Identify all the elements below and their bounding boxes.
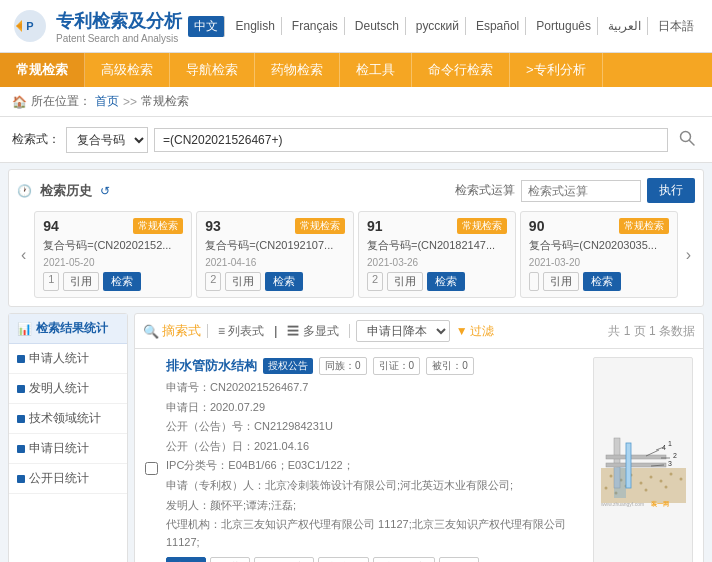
card-0-cite-button[interactable]: 引用 (63, 272, 99, 291)
card-0-badge: 常规检索 (133, 218, 183, 234)
lang-es[interactable]: Español (470, 17, 526, 35)
svg-point-14 (679, 477, 682, 480)
card-3-date: 2021-03-20 (529, 257, 669, 268)
history-clock-icon: 🕐 (17, 184, 32, 198)
card-2-num: 91 (367, 218, 383, 234)
card-1-check-button[interactable]: 检索 (265, 272, 303, 291)
patent-monitor-button[interactable]: 监控 (439, 557, 479, 562)
history-next-button[interactable]: › (682, 246, 695, 264)
patent-detail-button[interactable]: 详情 (166, 557, 206, 562)
breadcrumb: 🏠 所在位置： 首页 >> 常规检索 (0, 87, 712, 117)
card-0-date: 2021-05-20 (43, 257, 183, 268)
card-2-check-button[interactable]: 检索 (427, 272, 465, 291)
stats-sidebar: 📊 检索结果统计 申请人统计 发明人统计 技术领域统计 申请日统计 公开日统计 (8, 313, 128, 562)
toolbar-divider-1 (207, 324, 208, 338)
tab-drug-search[interactable]: 药物检索 (255, 53, 340, 87)
patent-pub-no: 公开（公告）号：CN212984231U (166, 418, 585, 436)
toolbar-sep: | (274, 324, 277, 338)
patent-ipc-value: E04B1/66；E03C1/122； (228, 459, 353, 471)
history-refresh-icon[interactable]: ↺ (100, 184, 110, 198)
patent-title-row: 排水管防水结构 授权公告 同族：0 引证：0 被引：0 (166, 357, 585, 375)
lang-zh[interactable]: 中文 (188, 16, 225, 37)
card-0-num: 94 (43, 218, 59, 234)
patent-checkbox[interactable] (145, 359, 158, 562)
svg-text:装一网: 装一网 (651, 500, 669, 507)
tab-regular-search[interactable]: 常规检索 (0, 53, 85, 87)
lang-en[interactable]: English (229, 17, 281, 35)
stats-label-app-date: 申请日统计 (29, 440, 89, 457)
search-button[interactable] (674, 125, 700, 154)
language-switcher: 中文 English Français Deutsch русский Espa… (188, 16, 700, 37)
tab-nav-search[interactable]: 导航检索 (170, 53, 255, 87)
tab-command-search[interactable]: 命令行检索 (412, 53, 510, 87)
filter-label: 过滤 (470, 323, 494, 340)
stats-item-inventor[interactable]: 发明人统计 (9, 374, 127, 404)
patent-agent-label: 代理机构： (166, 518, 221, 530)
stats-item-tech[interactable]: 技术领域统计 (9, 404, 127, 434)
filter-button[interactable]: ▼ 过滤 (456, 323, 494, 340)
search-type-select[interactable]: 复合号码 (66, 127, 148, 153)
history-prev-button[interactable]: ‹ (17, 246, 30, 264)
svg-text:P: P (26, 20, 33, 32)
card-1-cite-button[interactable]: 引用 (225, 272, 261, 291)
history-run-button[interactable]: 执行 (647, 178, 695, 203)
stats-item-app-date[interactable]: 申请日统计 (9, 434, 127, 464)
view-multi-button[interactable]: ☰ 多显式 (283, 321, 342, 342)
card-2-query: 复合号码=(CN20182147... (367, 238, 507, 253)
tab-advanced-search[interactable]: 高级检索 (85, 53, 170, 87)
stats-dot-app-date (17, 445, 25, 453)
card-2-cite-button[interactable]: 引用 (387, 272, 423, 291)
stats-dot-inventor (17, 385, 25, 393)
lang-ru[interactable]: русский (410, 17, 466, 35)
patent-inventor: 发明人：颜怀平;谭涛;汪磊; (166, 497, 585, 515)
svg-point-11 (649, 475, 652, 478)
tab-patent-analysis[interactable]: >专利分析 (510, 53, 603, 87)
results-toolbar: 🔍 摘索式 ≡ 列表式 | ☰ 多显式 申请日降本 ▼ 过滤 共 1 页 1 条… (135, 314, 703, 349)
history-card-2: 91 常规检索 复合号码=(CN20182147... 2021-03-26 2… (358, 211, 516, 298)
view-list-button[interactable]: ≡ 列表式 (214, 321, 268, 342)
logo-en: Patent Search and Analysis (56, 33, 182, 44)
patent-pub-date-value: 2021.04.16 (254, 440, 309, 452)
sort-select[interactable]: 申请日降本 (356, 320, 450, 342)
patent-badge-granted[interactable]: 授权公告 (263, 358, 313, 374)
card-1-pages: 2 (205, 272, 221, 291)
card-3-check-button[interactable]: 检索 (583, 272, 621, 291)
patent-actions: 详情 收藏 + 分析库 申请人 法律状态 监控 (166, 557, 585, 562)
patent-ipc: IPC分类号：E04B1/66；E03C1/122； (166, 457, 585, 475)
patent-analysis-button[interactable]: + 分析库 (254, 557, 314, 562)
patent-app-no-label: 申请号： (166, 381, 210, 393)
card-3-cite-button[interactable]: 引用 (543, 272, 579, 291)
card-0-check-button[interactable]: 检索 (103, 272, 141, 291)
breadcrumb-label: 所在位置： (31, 93, 91, 110)
search-input[interactable] (154, 128, 668, 152)
patent-cite-count: 引证：0 (373, 357, 421, 375)
patent-legal-button[interactable]: 法律状态 (373, 557, 435, 562)
history-card-3: 90 常规检索 复合号码=(CN20203035... 2021-03-20 引… (520, 211, 678, 298)
svg-point-19 (664, 485, 667, 488)
history-expr-input[interactable] (521, 180, 641, 202)
patent-app-date: 申请日：2020.07.29 (166, 399, 585, 417)
history-cards: ‹ 94 常规检索 复合号码=(CN20202152... 2021-05-20… (17, 211, 695, 298)
lang-ar[interactable]: العربية (602, 17, 648, 35)
search-expr-button[interactable]: 🔍 摘索式 (143, 322, 201, 340)
svg-point-10 (639, 481, 642, 484)
svg-text:1: 1 (668, 440, 672, 447)
lang-fr[interactable]: Français (286, 17, 345, 35)
lang-ja[interactable]: 日本語 (652, 16, 700, 37)
stats-item-pub-date[interactable]: 公开日统计 (9, 464, 127, 494)
logo-icon: P (12, 8, 48, 44)
patent-applicant-button[interactable]: 申请人 (318, 557, 369, 562)
svg-rect-23 (626, 443, 631, 488)
card-2-pages: 2 (367, 272, 383, 291)
card-1-query: 复合号码=(CN20192107... (205, 238, 345, 253)
stats-item-applicant[interactable]: 申请人统计 (9, 344, 127, 374)
patent-save-button[interactable]: 收藏 (210, 557, 250, 562)
lang-pt[interactable]: Português (530, 17, 598, 35)
breadcrumb-home-link[interactable]: 首页 (95, 93, 119, 110)
tab-tools[interactable]: 检工具 (340, 53, 412, 87)
svg-rect-22 (606, 455, 666, 459)
history-card-0: 94 常规检索 复合号码=(CN20202152... 2021-05-20 1… (34, 211, 192, 298)
lang-de[interactable]: Deutsch (349, 17, 406, 35)
card-0-query: 复合号码=(CN20202152... (43, 238, 183, 253)
patent-title[interactable]: 排水管防水结构 (166, 357, 257, 375)
